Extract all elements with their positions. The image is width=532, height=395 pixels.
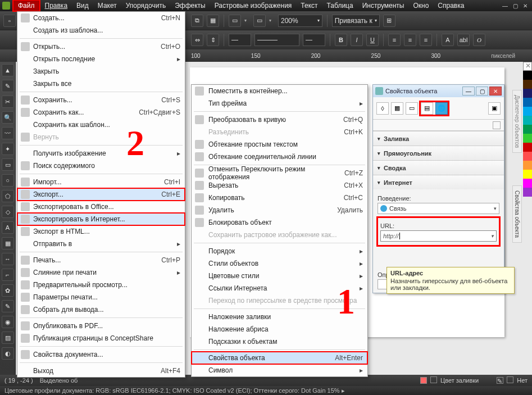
window-restore-icon[interactable]: ▢ xyxy=(511,2,520,10)
file-menu-item[interactable]: Слияние при печати▸ xyxy=(17,266,185,279)
text-icon[interactable]: A xyxy=(442,34,454,46)
arrow-select[interactable]: — xyxy=(303,34,325,46)
file-menu-item[interactable]: Сохранить...Ctrl+S xyxy=(17,94,185,106)
docker-tab-object-props[interactable]: Свойства объекта xyxy=(512,185,522,243)
section-fill[interactable]: Заливка xyxy=(373,131,504,146)
context-menu-item[interactable]: Отменить Переключить режим отображенияCt… xyxy=(192,167,367,179)
tool-icon[interactable]: ⧉ xyxy=(191,15,203,27)
context-menu-item[interactable]: Блокировать объект xyxy=(192,216,367,229)
context-menu-item[interactable]: Свойства объектаAlt+Enter xyxy=(192,352,367,364)
color-swatch[interactable] xyxy=(523,89,532,98)
file-menu-item[interactable]: Экспортировать в Интернет... xyxy=(17,213,185,225)
window-close-icon[interactable]: ✕ xyxy=(521,2,530,10)
tab-outline-icon[interactable]: ◊ xyxy=(376,102,389,115)
menu-table[interactable]: Таблица xyxy=(322,1,358,11)
objprops-minimize-icon[interactable]: — xyxy=(462,87,475,96)
context-menu-item[interactable]: УдалитьУдалить xyxy=(192,204,367,216)
menu-bitmaps[interactable]: Растровые изображения xyxy=(210,1,297,11)
basic-shapes-icon[interactable]: ◇ xyxy=(2,206,14,218)
shape-tool-icon[interactable]: ✎ xyxy=(2,80,14,92)
outline-tool-icon[interactable]: ◉ xyxy=(2,316,14,328)
zoom-select[interactable]: 200%▾ xyxy=(278,15,322,27)
docker-tab-objects-manager[interactable]: Диспетчер объектов xyxy=(512,90,522,153)
o-icon[interactable]: O xyxy=(473,34,485,46)
tool-icon[interactable]: ▦ xyxy=(207,15,219,27)
align-icon[interactable]: ⇔ xyxy=(191,34,203,46)
ellipse-tool-icon[interactable]: ○ xyxy=(2,174,14,187)
file-menu-item[interactable]: Опубликовать в PDF... xyxy=(17,320,185,332)
table-tool-icon[interactable]: ▦ xyxy=(2,237,14,249)
color-swatch[interactable] xyxy=(523,152,532,161)
color-swatch[interactable] xyxy=(523,125,532,134)
file-menu-item[interactable]: Импорт...Ctrl+I xyxy=(17,176,185,188)
color-swatch[interactable] xyxy=(523,188,532,197)
interactive-fill-icon[interactable]: ◐ xyxy=(2,347,14,360)
file-menu-item[interactable]: Отправить в▸ xyxy=(17,238,185,250)
color-swatch[interactable] xyxy=(523,80,532,89)
file-menu-item[interactable]: Закрыть xyxy=(17,65,185,78)
file-menu-item[interactable]: Свойства документа... xyxy=(17,348,185,361)
file-menu-item[interactable]: Сохранить как...Ctrl+Сдвиг+S xyxy=(17,106,185,119)
menu-tools[interactable]: Инструменты xyxy=(358,1,409,11)
context-menu-item[interactable]: Цветовые стили▸ xyxy=(192,270,367,282)
snap-select[interactable]: Привязать к ▾ xyxy=(332,15,380,27)
context-menu-item[interactable]: КопироватьCtrl+C xyxy=(192,192,367,204)
file-menu-item[interactable]: Создать из шаблона... xyxy=(17,24,185,37)
color-swatch[interactable] xyxy=(523,71,532,80)
smart-tool-icon[interactable]: ✦ xyxy=(2,143,14,155)
file-menu-item[interactable]: Экспортировать в Office... xyxy=(17,201,185,213)
connector-tool-icon[interactable]: ⌐ xyxy=(2,269,14,281)
objprops-close-icon[interactable]: ✕ xyxy=(489,87,502,96)
menu-help[interactable]: Справка xyxy=(433,1,469,11)
file-menu-item[interactable]: Печать...Ctrl+P xyxy=(17,254,185,266)
file-menu-item[interactable]: ВыходAlt+F4 xyxy=(17,365,185,377)
interactive-tool-icon[interactable]: ✿ xyxy=(2,284,14,297)
eyedropper-tool-icon[interactable]: ✎ xyxy=(2,300,14,312)
context-menu-item[interactable]: Подсказки к объектам xyxy=(192,335,367,348)
color-swatch[interactable] xyxy=(523,179,532,188)
tab-extra-icon[interactable]: ▣ xyxy=(488,102,501,115)
context-menu-item[interactable]: Обтекание соединительной линии xyxy=(192,151,367,163)
line-preset-select[interactable]: ——— xyxy=(254,34,299,46)
file-menu-item[interactable]: Открыть...Ctrl+O xyxy=(17,40,185,53)
align-icon[interactable]: ⇕ xyxy=(207,34,219,46)
lock-scroll-icon[interactable] xyxy=(493,121,501,129)
file-menu-item[interactable]: Закрыть все xyxy=(17,78,185,90)
fill-tool-icon[interactable]: ▨ xyxy=(2,332,14,344)
color-swatch[interactable] xyxy=(523,98,532,107)
color-swatch[interactable] xyxy=(523,170,532,179)
context-menu-item[interactable]: Символ▸ xyxy=(192,364,367,376)
tool-icon[interactable]: ▭ xyxy=(229,15,241,27)
color-swatch[interactable] xyxy=(523,116,532,125)
text-tool-icon[interactable]: A xyxy=(2,221,14,234)
tool-icon[interactable]: ⊞ xyxy=(383,15,395,27)
dimension-tool-icon[interactable]: ↔ xyxy=(2,253,14,265)
objprops-maximize-icon[interactable]: ▢ xyxy=(476,87,488,96)
context-menu-item[interactable]: Поместить в контейнер... xyxy=(192,85,367,97)
tab-rect-icon[interactable]: ▭ xyxy=(406,102,418,115)
context-menu-item[interactable]: Преобразовать в кривуюCtrl+Q xyxy=(192,113,367,126)
align-center-icon[interactable]: ≡ xyxy=(404,34,416,46)
menu-text[interactable]: Текст xyxy=(296,1,322,11)
tab-internet-icon[interactable]: 🌐 xyxy=(435,102,448,115)
tab-summary-icon[interactable]: ▤ xyxy=(421,102,433,115)
file-menu-item[interactable]: Поиск содержимого xyxy=(17,160,185,172)
abl-icon[interactable]: abl xyxy=(457,34,470,46)
polygon-tool-icon[interactable]: ⬠ xyxy=(2,190,14,202)
menu-layout[interactable]: Макет xyxy=(93,1,121,11)
tool-icon[interactable]: ▭ xyxy=(253,15,266,27)
context-menu-item[interactable]: Наложение абриса xyxy=(192,323,367,335)
color-swatch[interactable] xyxy=(523,134,532,143)
window-minimize-icon[interactable]: — xyxy=(501,2,510,10)
align-right-icon[interactable]: ≡ xyxy=(420,34,432,46)
new-doc-icon[interactable]: ▫ xyxy=(3,15,16,27)
section-internet[interactable]: Интернет xyxy=(373,175,504,189)
file-menu-item[interactable]: Собрать для вывода... xyxy=(17,303,185,316)
file-menu-item[interactable]: Параметры печати... xyxy=(17,291,185,303)
context-menu-item[interactable]: ВырезатьCtrl+X xyxy=(192,179,367,192)
bold-icon[interactable]: В xyxy=(335,34,347,46)
context-menu-item[interactable]: Стили объектов▸ xyxy=(192,257,367,270)
color-swatch[interactable] xyxy=(523,143,532,152)
tab-fill-icon[interactable]: ▩ xyxy=(391,102,403,115)
underline-icon[interactable]: U xyxy=(366,34,379,46)
